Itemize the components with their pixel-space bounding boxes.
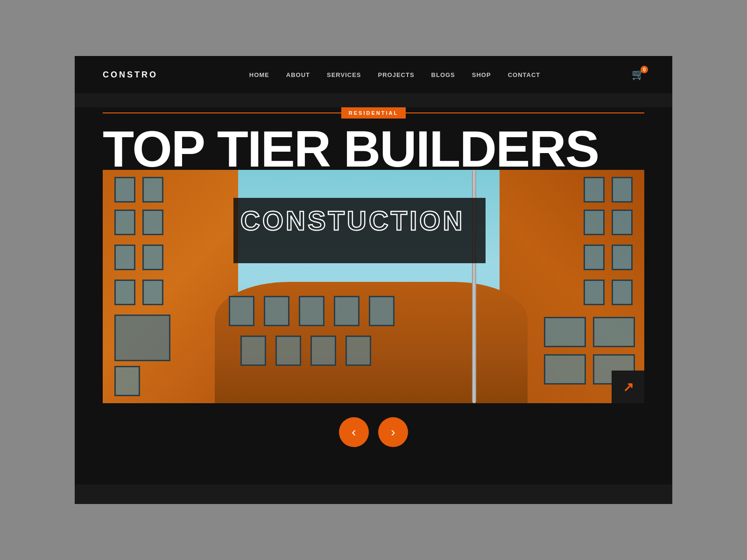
hero-title: TOP TIER BUILDERS [103,123,644,175]
window [299,296,324,326]
construction-text: CONSTUCTION [240,205,465,236]
nav-item-projects[interactable]: PROJECTS [378,71,414,78]
next-button[interactable]: › [378,417,408,447]
nav-item-services[interactable]: SERVICES [327,71,361,78]
window [369,296,395,326]
window [114,210,135,235]
slide-navigation: ‹ › [103,417,644,447]
main-content: RESIDENTIAL TOP TIER BUILDERS [75,107,672,484]
cart-button[interactable]: 🛒 0 [632,69,644,81]
site-header: CONSTRO HOME ABOUT SERVICES PROJECTS BLO… [75,56,672,93]
arrow-icon: ↗ [623,379,634,395]
prev-button[interactable]: ‹ [339,417,369,447]
window [584,210,605,235]
window [142,245,163,270]
window [584,280,605,305]
window [142,210,163,235]
large-window [114,315,170,361]
next-icon: › [391,426,395,439]
main-nav: HOME ABOUT SERVICES PROJECTS BLOGS SHOP … [249,71,540,78]
window [229,296,254,326]
expand-button[interactable]: ↗ [612,371,644,403]
window [114,280,135,305]
nav-item-home[interactable]: HOME [249,71,269,78]
window [114,366,140,396]
cart-badge: 0 [641,66,648,73]
prev-icon: ‹ [352,426,356,439]
nav-item-about[interactable]: ABOUT [286,71,310,78]
divider-left [103,112,341,113]
nav-item-contact[interactable]: CONTACT [508,71,541,78]
window [240,336,266,366]
wall-bottom [215,282,528,403]
window [345,336,371,366]
window [584,177,605,203]
divider-right [406,112,644,113]
site-logo[interactable]: CONSTRO [103,70,158,80]
window [593,317,635,347]
window [334,296,359,326]
window [612,280,633,305]
window [584,245,605,270]
nav-item-shop[interactable]: SHOP [472,71,491,78]
category-badge: RESIDENTIAL [341,107,406,119]
window [310,336,336,366]
hero-image: CONSTUCTION ↗ [103,170,644,403]
window [544,354,586,385]
building-illustration: CONSTUCTION ↗ [103,170,644,403]
browser-window: CONSTRO HOME ABOUT SERVICES PROJECTS BLO… [75,56,672,504]
window [264,296,289,326]
window [275,336,301,366]
window [612,245,633,270]
window [544,317,586,347]
window [114,245,135,270]
window [142,177,163,203]
window [612,210,633,235]
window [612,177,633,203]
nav-item-blogs[interactable]: BLOGS [431,71,455,78]
window [114,177,135,203]
badge-line: RESIDENTIAL [103,107,644,119]
window [142,280,163,305]
